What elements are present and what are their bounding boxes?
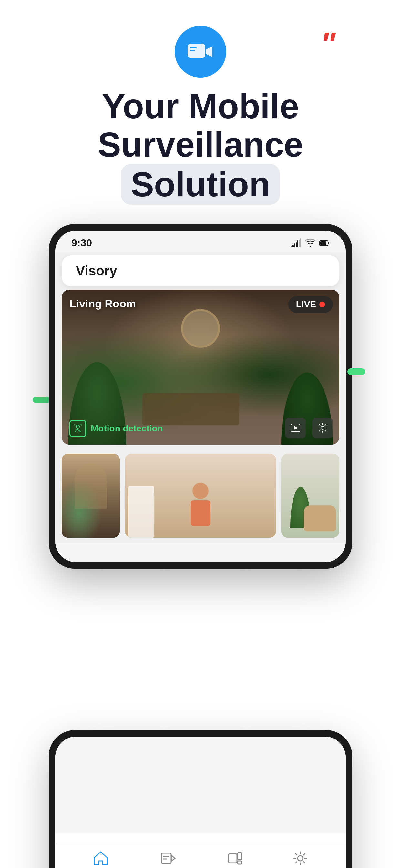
svg-marker-4: [291, 244, 293, 247]
headline: Your Mobile Surveillance Solution: [0, 87, 401, 205]
svg-marker-16: [172, 856, 175, 861]
status-time: 9:30: [71, 237, 92, 249]
svg-point-22: [298, 856, 303, 861]
svg-rect-0: [188, 43, 205, 58]
svg-rect-20: [238, 852, 242, 860]
phone-frame: 9:30: [49, 224, 352, 569]
shelf-decoration: [128, 486, 154, 538]
svg-marker-6: [296, 239, 298, 247]
green-indicator-right: [347, 368, 365, 375]
svg-rect-9: [328, 242, 329, 244]
camera-view[interactable]: Living Room LIVE: [62, 290, 339, 445]
svg-rect-2: [190, 50, 195, 51]
camera-location-label: Living Room: [69, 298, 136, 310]
motion-detection-indicator: Motion detection: [69, 420, 163, 437]
thumbnail-row: [55, 448, 346, 543]
nav-item-settings[interactable]: Settings: [281, 850, 320, 868]
playback-button[interactable]: [285, 417, 306, 438]
signal-icon: [291, 238, 301, 248]
mirror-decoration: [181, 309, 220, 348]
nav-item-devices[interactable]: Devices: [216, 850, 254, 868]
app-header: Visory: [62, 255, 339, 286]
home-nav-icon: [92, 850, 109, 867]
wifi-icon: [305, 238, 315, 248]
svg-text:": ": [320, 29, 336, 58]
devices-nav-icon: [227, 850, 243, 867]
svg-rect-10: [320, 241, 326, 245]
nav-item-recordings[interactable]: Recordings: [147, 850, 189, 868]
camera-controls: [285, 417, 333, 438]
app-title: Visory: [76, 263, 117, 278]
svg-rect-1: [190, 48, 197, 49]
svg-rect-15: [161, 853, 171, 864]
app-icon: [175, 26, 226, 78]
svg-point-11: [76, 425, 80, 428]
phone-container: 9:30: [42, 224, 359, 569]
thumbnail-child-room[interactable]: [125, 454, 276, 538]
red-logo-decoration: ": [320, 29, 359, 63]
settings-button[interactable]: [312, 417, 333, 438]
dog-figure: [304, 505, 336, 531]
live-dot: [319, 302, 325, 307]
motion-icon: [69, 420, 86, 437]
status-icons: [291, 238, 330, 248]
screen-content-area: [55, 737, 346, 833]
second-phone-screen: Home Recordings: [55, 737, 346, 868]
svg-point-14: [321, 426, 324, 430]
second-phone-frame: Home Recordings: [49, 730, 352, 868]
battery-icon: [319, 238, 330, 248]
svg-marker-7: [299, 238, 301, 247]
child-figure: [188, 483, 213, 531]
thumbnail-dog-room[interactable]: [281, 454, 339, 538]
svg-marker-5: [294, 242, 296, 247]
thumbnail-courtyard[interactable]: [62, 454, 120, 538]
bottom-nav: Home Recordings: [55, 843, 346, 868]
top-section: " Your Mobile Surveillance Solution 9:30: [0, 0, 401, 868]
nav-item-home[interactable]: Home: [81, 850, 120, 868]
green-indicator-left: [33, 397, 50, 403]
svg-rect-21: [238, 861, 242, 864]
status-bar: 9:30: [55, 230, 346, 252]
settings-nav-icon: [292, 850, 309, 867]
bottom-nav-area: Home Recordings: [55, 833, 346, 868]
phone-bottom-area: [55, 543, 346, 562]
phone-screen: 9:30: [55, 230, 346, 562]
svg-rect-19: [228, 854, 237, 863]
recordings-nav-icon: [159, 850, 176, 867]
second-phone-container: Home Recordings: [42, 730, 359, 868]
live-badge: LIVE: [288, 296, 333, 313]
svg-marker-13: [294, 426, 298, 430]
